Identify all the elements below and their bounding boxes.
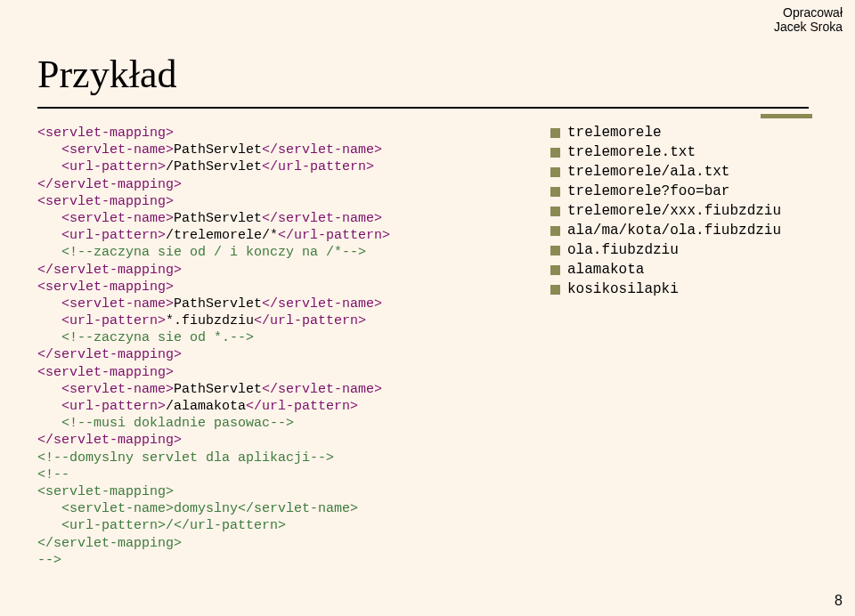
list-item: kosikosilapki <box>550 281 781 297</box>
slide-title: Przykład <box>37 52 176 97</box>
list-item-label: alamakota <box>567 262 644 278</box>
attribution: Opracował Jacek Sroka <box>774 5 843 34</box>
code-block: <servlet-mapping> <servlet-name>PathServ… <box>37 125 390 569</box>
url-list: trelemoreletrelemorele.txttrelemorele/al… <box>550 125 781 301</box>
bullet-icon <box>550 148 560 158</box>
accent-bar <box>761 114 812 118</box>
list-item-label: kosikosilapki <box>567 281 679 297</box>
bullet-icon <box>550 167 560 177</box>
bullet-icon <box>550 207 560 216</box>
attribution-line1: Opracował <box>774 5 843 20</box>
list-item: trelemorele/xxx.fiubzdziu <box>550 203 781 219</box>
bullet-icon <box>550 285 560 295</box>
list-item: alamakota <box>550 262 781 278</box>
bullet-icon <box>550 226 560 236</box>
list-item-label: ola.fiubzdziu <box>567 242 679 258</box>
title-underline <box>37 107 809 109</box>
list-item: trelemorele/ala.txt <box>550 164 781 180</box>
list-item-label: trelemorele/ala.txt <box>567 164 729 180</box>
page-number: 8 <box>835 593 843 609</box>
list-item-label: ala/ma/kota/ola.fiubzdziu <box>567 223 781 239</box>
attribution-line2: Jacek Sroka <box>774 20 843 34</box>
list-item: trelemorele.txt <box>550 144 781 160</box>
list-item: trelemorele?foo=bar <box>550 183 781 199</box>
bullet-icon <box>550 128 560 138</box>
list-item: ala/ma/kota/ola.fiubzdziu <box>550 223 781 239</box>
list-item: ola.fiubzdziu <box>550 242 781 258</box>
bullet-icon <box>550 265 560 275</box>
list-item: trelemorele <box>550 125 781 141</box>
bullet-icon <box>550 246 560 255</box>
list-item-label: trelemorele?foo=bar <box>567 183 729 199</box>
list-item-label: trelemorele <box>567 125 662 141</box>
list-item-label: trelemorele.txt <box>567 144 696 160</box>
bullet-icon <box>550 187 560 197</box>
list-item-label: trelemorele/xxx.fiubzdziu <box>567 203 781 219</box>
